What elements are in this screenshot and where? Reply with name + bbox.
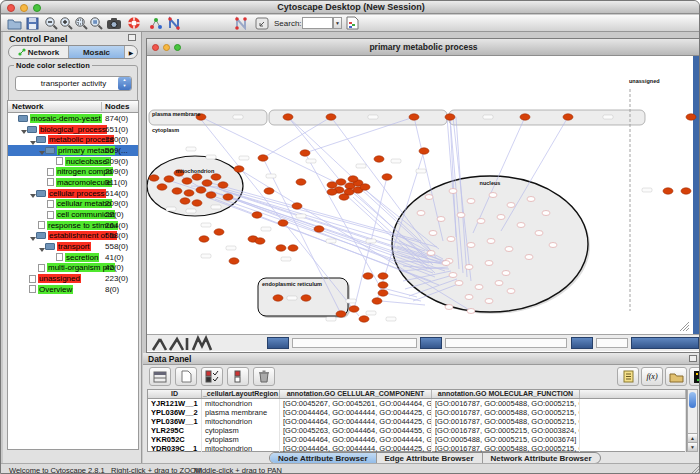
network-canvas[interactable]: plasma membranecytoplasmmitochondrionnuc…: [147, 56, 700, 334]
tree-row[interactable]: macromolecule311(0): [8, 177, 138, 188]
open-icon[interactable]: [6, 15, 23, 31]
table-cell[interactable]: YLR295C: [148, 426, 202, 435]
expand-arrow-icon[interactable]: [38, 145, 45, 156]
network-graph[interactable]: plasma membranecytoplasmmitochondrionnuc…: [147, 56, 700, 334]
select-attributes-icon[interactable]: [201, 367, 223, 386]
trash-icon[interactable]: [253, 367, 275, 386]
search-dropdown-arrow[interactable]: ▼: [333, 17, 342, 29]
tree-row[interactable]: cell communicat22(0): [8, 209, 138, 220]
tree-row[interactable]: transport558(0): [8, 241, 138, 252]
table-cell[interactable]: [GO:0016787, GO:0005488, GO:0005215, G..…: [432, 417, 580, 426]
open-folder-icon[interactable]: [665, 367, 687, 386]
table-cell[interactable]: YDR039C__1: [148, 444, 202, 453]
tree-row[interactable]: mosaic-demo-yeast874(0): [8, 113, 138, 124]
float-panel-icon[interactable]: [128, 34, 136, 41]
table-header-cell[interactable]: _cellularLayoutRegion: [202, 390, 280, 398]
table-cell[interactable]: [GO:0005488, GO:0005215, GO:0003674]: [432, 435, 580, 444]
table-cell[interactable]: [GO:0044464, GO:0044444, GO:0044425, G..…: [280, 408, 432, 417]
report-icon[interactable]: [617, 367, 639, 386]
layout-icon-b[interactable]: [233, 15, 250, 31]
attr-tab-2[interactable]: Network Attribute Browser: [483, 453, 600, 463]
canvas-resize-grip[interactable]: [678, 320, 690, 332]
scroll-up-icon[interactable]: ▲: [688, 433, 697, 442]
table-icon[interactable]: [149, 367, 171, 386]
tree-row[interactable]: response to stimulu264(0): [8, 220, 138, 231]
table-cell[interactable]: [GO:0044464, GO:0044444, GO:0044425, G..…: [280, 417, 432, 426]
table-cell[interactable]: [580, 435, 686, 444]
expand-arrow-icon[interactable]: [29, 188, 36, 199]
table-cell[interactable]: cytoplasm: [202, 435, 280, 444]
table-cell[interactable]: mitochondrion: [202, 417, 280, 426]
network-icon[interactable]: [147, 15, 164, 31]
tree-row[interactable]: establishment of lo558(0): [8, 231, 138, 242]
table-header-cell[interactable]: annotation.GO MOLECULAR_FUNCTION: [432, 390, 580, 398]
background-window-c[interactable]: [571, 337, 593, 349]
data-panel-titlebar[interactable]: Data Panel: [143, 353, 700, 365]
annotation-icon[interactable]: [253, 15, 270, 31]
save-icon[interactable]: [24, 15, 41, 31]
window-resize-grip[interactable]: [689, 465, 700, 474]
table-cell[interactable]: [GO:0045263, GO:0044464, GO:0044455, G..…: [280, 426, 432, 435]
attribute-table[interactable]: ID_cellularLayoutRegionannotation.GO CEL…: [147, 389, 687, 452]
tree-row[interactable]: nitrogen compo209(0): [8, 166, 138, 177]
import-table-icon[interactable]: [344, 15, 361, 31]
table-cell[interactable]: YPL036W__1: [148, 417, 202, 426]
table-cell[interactable]: [580, 399, 686, 408]
tree-row[interactable]: nucleobase-209(0): [8, 156, 138, 167]
table-cell[interactable]: [580, 417, 686, 426]
expand-arrow-icon[interactable]: [29, 231, 36, 242]
tab-network[interactable]: Network: [9, 46, 69, 58]
unselect-attributes-icon[interactable]: [227, 367, 249, 386]
data-panel-float-icon[interactable]: [689, 355, 697, 362]
background-window-a[interactable]: [267, 337, 289, 349]
expand-arrow-icon[interactable]: [29, 134, 36, 145]
scroll-down-icon[interactable]: ▼: [688, 442, 697, 451]
tree-header[interactable]: Network Nodes: [8, 101, 138, 113]
network-view-titlebar[interactable]: primary metabolic process: [147, 39, 700, 56]
layout-icon-a[interactable]: [166, 15, 183, 31]
attr-tab-1[interactable]: Edge Attribute Browser: [377, 453, 483, 463]
table-cell[interactable]: [580, 426, 686, 435]
table-header-cell[interactable]: [580, 390, 686, 398]
formula-icon[interactable]: f(x): [641, 367, 663, 386]
tree-row[interactable]: metabolic process280(0): [8, 134, 138, 145]
snapshot-icon[interactable]: [105, 15, 122, 31]
table-row[interactable]: YKR052Ccytoplasm[GO:0044464, GO:0044446,…: [148, 435, 686, 444]
scrollbar-thumb[interactable]: [689, 392, 696, 408]
heatmap-icon[interactable]: [689, 367, 700, 386]
tree-row[interactable]: unassigned223(0): [8, 273, 138, 284]
table-cell[interactable]: cytoplasm: [202, 426, 280, 435]
tab-overflow-arrow[interactable]: ▶: [125, 46, 137, 58]
table-scrollbar[interactable]: ▲ ▼: [687, 389, 698, 452]
table-cell[interactable]: mitochondrion: [202, 399, 280, 408]
expand-arrow-icon[interactable]: [20, 124, 27, 135]
window-titlebar[interactable]: Cytoscape Desktop (New Session): [1, 1, 700, 14]
tree-row[interactable]: cellular process614(0): [8, 188, 138, 199]
attr-tab-0[interactable]: Node Attribute Browser: [270, 453, 377, 463]
table-cell[interactable]: YPL036W__2: [148, 408, 202, 417]
table-cell[interactable]: [GO:0016787, GO:0005488, GO:0005215, G..…: [432, 399, 580, 408]
background-window-b[interactable]: [420, 337, 442, 349]
tree-row[interactable]: secretion41(0): [8, 252, 138, 263]
table-header-cell[interactable]: ID: [148, 390, 202, 398]
background-window-d[interactable]: [631, 337, 699, 349]
table-row[interactable]: YJR121W__1mitochondrion[GO:0045267, GO:0…: [148, 399, 686, 408]
table-row[interactable]: YLR295Ccytoplasm[GO:0045263, GO:0044464,…: [148, 426, 686, 435]
table-cell[interactable]: plasma membrane: [202, 408, 280, 417]
node-color-dropdown[interactable]: transporter activity ▲▼: [15, 76, 132, 91]
expand-arrow-icon[interactable]: [38, 241, 45, 252]
tab-mosaic[interactable]: Mosaic: [69, 46, 125, 58]
table-header-cell[interactable]: annotation.GO CELLULAR_COMPONENT: [280, 390, 432, 398]
new-document-icon[interactable]: [175, 367, 197, 386]
table-row[interactable]: YPL036W__1mitochondrion[GO:0044464, GO:0…: [148, 417, 686, 426]
table-cell[interactable]: YJR121W__1: [148, 399, 202, 408]
table-cell[interactable]: [GO:0045267, GO:0045261, GO:0044464, G..…: [280, 399, 432, 408]
table-cell[interactable]: [GO:0016787, GO:0005215, GO:0003824, G..…: [432, 426, 580, 435]
tree-row[interactable]: primary metabo209(...: [8, 145, 138, 156]
table-cell[interactable]: YKR052C: [148, 435, 202, 444]
tree-row[interactable]: Overview8(0): [8, 284, 138, 295]
tree-row[interactable]: cellular metabo209(0): [8, 199, 138, 210]
table-cell[interactable]: [GO:0016787, GO:0005488, GO:0005215, G..…: [432, 408, 580, 417]
search-input[interactable]: [302, 17, 333, 29]
zoom-fit-icon[interactable]: [88, 15, 105, 31]
